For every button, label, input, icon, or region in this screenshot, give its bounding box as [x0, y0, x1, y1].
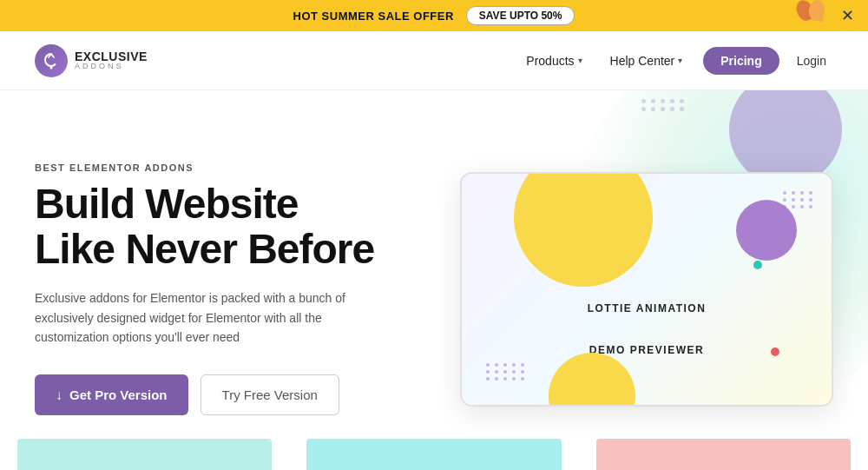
demo-lottie-label: LOTTIE ANIMATION: [588, 302, 707, 314]
banner-offer-text: HOT SUMMER SALE OFFER: [293, 10, 454, 23]
hero-buttons: ↓ Get Pro Version Try Free Version: [35, 374, 451, 415]
logo-text: EXCLUSIVE ADDONS: [75, 50, 148, 70]
hero-right-content: LOTTIE ANIMATION DEMO PREVIEWER: [451, 172, 833, 407]
hero-section: BEST ELEMENTOR ADDONS Build Website Like…: [0, 90, 868, 470]
svg-point-0: [50, 66, 53, 69]
logo[interactable]: EXCLUSIVE ADDONS: [35, 44, 516, 77]
nav-login-button[interactable]: Login: [790, 49, 833, 73]
nav-help-center[interactable]: Help Center ▾: [600, 49, 694, 73]
nav-pricing-button[interactable]: Pricing: [703, 47, 779, 75]
hero-description: Exclusive addons for Elementor is packed…: [35, 288, 365, 347]
try-free-button[interactable]: Try Free Version: [201, 374, 339, 415]
demo-yellow-bottom-circle: [549, 353, 635, 407]
logo-subtitle: ADDONS: [75, 63, 148, 70]
demo-grid-top-right: [783, 191, 814, 209]
chevron-down-icon-2: ▾: [678, 56, 682, 65]
navbar: EXCLUSIVE ADDONS Products ▾ Help Center …: [0, 31, 868, 90]
logo-icon: [35, 44, 68, 77]
hero-eyebrow: BEST ELEMENTOR ADDONS: [35, 162, 451, 173]
get-pro-label: Get Pro Version: [69, 387, 168, 402]
bottom-bar-pink: [596, 439, 851, 470]
chevron-down-icon: ▾: [578, 56, 582, 65]
demo-purple-circle: [736, 200, 797, 261]
top-banner: HOT SUMMER SALE OFFER SAVE UPTO 50% ✕: [0, 0, 868, 31]
nav-links: Products ▾ Help Center ▾ Pricing Login: [516, 47, 833, 75]
nav-products[interactable]: Products ▾: [516, 49, 592, 73]
demo-grid-bottom-left: [486, 363, 526, 381]
hero-left-content: BEST ELEMENTOR ADDONS Build Website Like…: [35, 162, 451, 416]
demo-red-dot: [771, 348, 779, 356]
dot-grid-decoration: [641, 99, 686, 111]
get-pro-button[interactable]: ↓ Get Pro Version: [35, 374, 188, 415]
hero-title-line2: Like Never Before: [35, 226, 374, 272]
bottom-bar-green: [17, 439, 272, 470]
demo-card: LOTTIE ANIMATION DEMO PREVIEWER: [460, 172, 833, 407]
bottom-bars: [0, 439, 868, 470]
demo-yellow-circle: [514, 172, 653, 287]
demo-previewer-label: DEMO PREVIEWER: [589, 344, 704, 356]
banner-decoration: [797, 0, 825, 21]
download-icon: ↓: [56, 387, 62, 403]
banner-close-button[interactable]: ✕: [841, 6, 854, 25]
demo-teal-dot: [753, 261, 762, 269]
demo-card-inner: LOTTIE ANIMATION DEMO PREVIEWER: [462, 174, 832, 405]
banner-save-button[interactable]: SAVE UPTO 50%: [466, 6, 575, 25]
hero-title: Build Website Like Never Before: [35, 182, 451, 274]
logo-name: EXCLUSIVE: [75, 50, 148, 63]
bottom-bar-cyan: [306, 439, 561, 470]
hero-title-line1: Build Website: [35, 181, 298, 227]
